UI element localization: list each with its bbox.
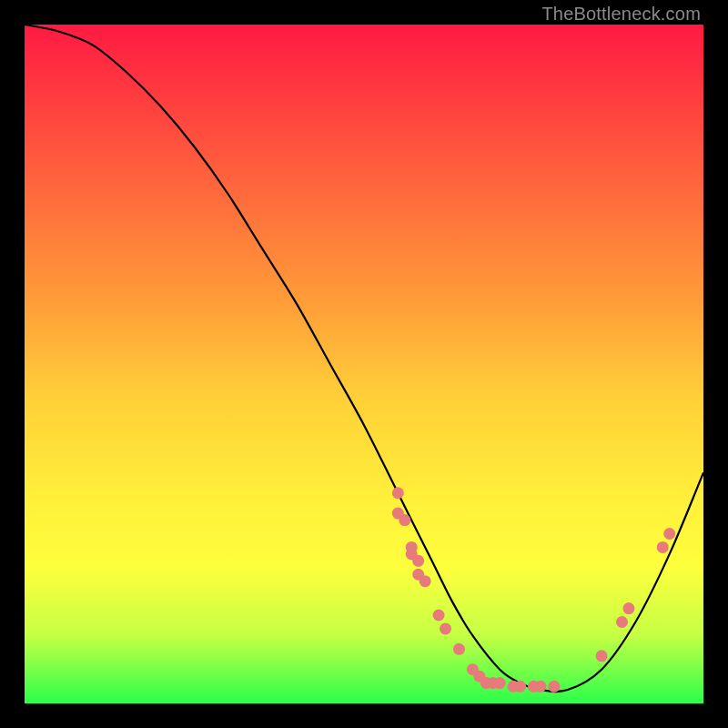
data-marker [596, 650, 608, 662]
chart-stage: TheBottleneck.com [0, 0, 728, 728]
data-marker [494, 677, 506, 689]
watermark-label: TheBottleneck.com [541, 4, 701, 25]
data-marker [420, 575, 431, 587]
data-marker [663, 528, 675, 540]
data-marker [453, 643, 465, 655]
bottleneck-curve [25, 25, 703, 692]
curve-layer [0, 0, 728, 728]
data-marker [399, 514, 410, 526]
data-marker [433, 610, 445, 622]
data-marker [514, 681, 526, 693]
data-marker [440, 622, 451, 634]
data-marker [657, 541, 669, 553]
data-marker [622, 602, 634, 614]
data-marker [616, 616, 628, 628]
data-marker [548, 681, 560, 693]
data-marker [392, 487, 404, 499]
data-marker [534, 681, 546, 693]
data-marker [412, 555, 424, 567]
